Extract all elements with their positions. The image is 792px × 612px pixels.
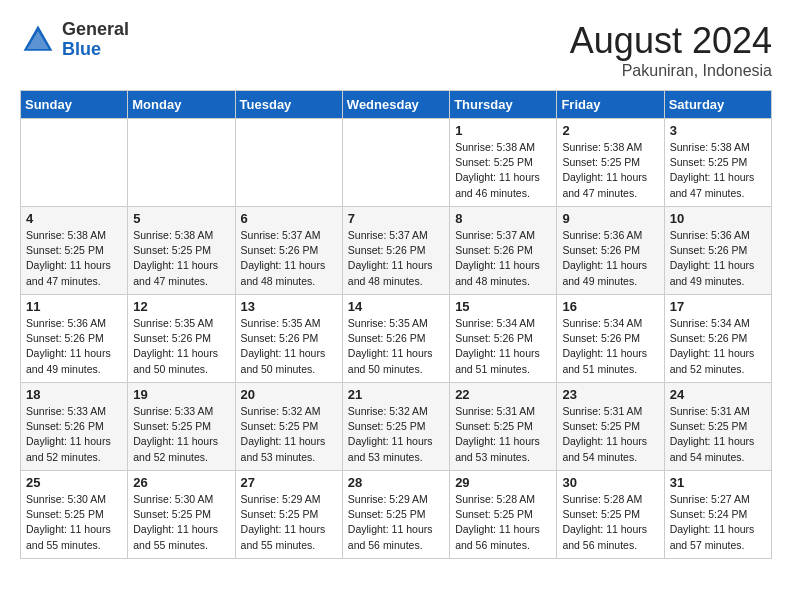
- day-info: Sunrise: 5:35 AMSunset: 5:26 PMDaylight:…: [348, 316, 445, 377]
- calendar-cell: 12Sunrise: 5:35 AMSunset: 5:26 PMDayligh…: [128, 295, 235, 383]
- calendar-cell: 1Sunrise: 5:38 AMSunset: 5:25 PMDaylight…: [450, 119, 557, 207]
- calendar-cell: [235, 119, 342, 207]
- calendar-cell: 4Sunrise: 5:38 AMSunset: 5:25 PMDaylight…: [21, 207, 128, 295]
- day-number: 21: [348, 387, 445, 402]
- day-number: 7: [348, 211, 445, 226]
- day-info: Sunrise: 5:27 AMSunset: 5:24 PMDaylight:…: [670, 492, 767, 553]
- day-number: 25: [26, 475, 123, 490]
- day-number: 12: [133, 299, 230, 314]
- day-info: Sunrise: 5:35 AMSunset: 5:26 PMDaylight:…: [241, 316, 338, 377]
- day-number: 26: [133, 475, 230, 490]
- calendar-cell: 28Sunrise: 5:29 AMSunset: 5:25 PMDayligh…: [342, 471, 449, 559]
- calendar-cell: 18Sunrise: 5:33 AMSunset: 5:26 PMDayligh…: [21, 383, 128, 471]
- calendar-cell: 30Sunrise: 5:28 AMSunset: 5:25 PMDayligh…: [557, 471, 664, 559]
- day-info: Sunrise: 5:34 AMSunset: 5:26 PMDaylight:…: [455, 316, 552, 377]
- day-number: 29: [455, 475, 552, 490]
- day-info: Sunrise: 5:29 AMSunset: 5:25 PMDaylight:…: [241, 492, 338, 553]
- day-number: 15: [455, 299, 552, 314]
- calendar-cell: 10Sunrise: 5:36 AMSunset: 5:26 PMDayligh…: [664, 207, 771, 295]
- calendar-cell: 26Sunrise: 5:30 AMSunset: 5:25 PMDayligh…: [128, 471, 235, 559]
- weekday-header-thursday: Thursday: [450, 91, 557, 119]
- day-number: 8: [455, 211, 552, 226]
- day-info: Sunrise: 5:31 AMSunset: 5:25 PMDaylight:…: [562, 404, 659, 465]
- day-number: 5: [133, 211, 230, 226]
- calendar-cell: 7Sunrise: 5:37 AMSunset: 5:26 PMDaylight…: [342, 207, 449, 295]
- calendar-week-5: 25Sunrise: 5:30 AMSunset: 5:25 PMDayligh…: [21, 471, 772, 559]
- calendar-cell: 31Sunrise: 5:27 AMSunset: 5:24 PMDayligh…: [664, 471, 771, 559]
- day-number: 18: [26, 387, 123, 402]
- day-number: 27: [241, 475, 338, 490]
- day-number: 13: [241, 299, 338, 314]
- calendar-cell: 19Sunrise: 5:33 AMSunset: 5:25 PMDayligh…: [128, 383, 235, 471]
- day-info: Sunrise: 5:32 AMSunset: 5:25 PMDaylight:…: [348, 404, 445, 465]
- page-header: General Blue August 2024 Pakuniran, Indo…: [20, 20, 772, 80]
- calendar-cell: 16Sunrise: 5:34 AMSunset: 5:26 PMDayligh…: [557, 295, 664, 383]
- day-info: Sunrise: 5:28 AMSunset: 5:25 PMDaylight:…: [455, 492, 552, 553]
- calendar-week-1: 1Sunrise: 5:38 AMSunset: 5:25 PMDaylight…: [21, 119, 772, 207]
- day-number: 1: [455, 123, 552, 138]
- day-info: Sunrise: 5:35 AMSunset: 5:26 PMDaylight:…: [133, 316, 230, 377]
- day-number: 4: [26, 211, 123, 226]
- calendar-cell: 9Sunrise: 5:36 AMSunset: 5:26 PMDaylight…: [557, 207, 664, 295]
- logo-icon: [20, 22, 56, 58]
- day-number: 24: [670, 387, 767, 402]
- title-block: August 2024 Pakuniran, Indonesia: [570, 20, 772, 80]
- logo-general-text: General: [62, 19, 129, 39]
- day-number: 23: [562, 387, 659, 402]
- calendar-table: SundayMondayTuesdayWednesdayThursdayFrid…: [20, 90, 772, 559]
- day-number: 6: [241, 211, 338, 226]
- calendar-cell: 27Sunrise: 5:29 AMSunset: 5:25 PMDayligh…: [235, 471, 342, 559]
- day-info: Sunrise: 5:38 AMSunset: 5:25 PMDaylight:…: [562, 140, 659, 201]
- weekday-header-row: SundayMondayTuesdayWednesdayThursdayFrid…: [21, 91, 772, 119]
- day-number: 22: [455, 387, 552, 402]
- day-number: 20: [241, 387, 338, 402]
- day-info: Sunrise: 5:30 AMSunset: 5:25 PMDaylight:…: [133, 492, 230, 553]
- day-info: Sunrise: 5:33 AMSunset: 5:25 PMDaylight:…: [133, 404, 230, 465]
- day-info: Sunrise: 5:31 AMSunset: 5:25 PMDaylight:…: [455, 404, 552, 465]
- calendar-cell: 8Sunrise: 5:37 AMSunset: 5:26 PMDaylight…: [450, 207, 557, 295]
- calendar-cell: 15Sunrise: 5:34 AMSunset: 5:26 PMDayligh…: [450, 295, 557, 383]
- calendar-cell: 5Sunrise: 5:38 AMSunset: 5:25 PMDaylight…: [128, 207, 235, 295]
- calendar-cell: 25Sunrise: 5:30 AMSunset: 5:25 PMDayligh…: [21, 471, 128, 559]
- weekday-header-tuesday: Tuesday: [235, 91, 342, 119]
- logo-blue-text: Blue: [62, 39, 101, 59]
- day-number: 10: [670, 211, 767, 226]
- day-info: Sunrise: 5:36 AMSunset: 5:26 PMDaylight:…: [26, 316, 123, 377]
- day-info: Sunrise: 5:37 AMSunset: 5:26 PMDaylight:…: [241, 228, 338, 289]
- day-info: Sunrise: 5:28 AMSunset: 5:25 PMDaylight:…: [562, 492, 659, 553]
- day-number: 14: [348, 299, 445, 314]
- day-number: 11: [26, 299, 123, 314]
- day-info: Sunrise: 5:29 AMSunset: 5:25 PMDaylight:…: [348, 492, 445, 553]
- calendar-cell: 24Sunrise: 5:31 AMSunset: 5:25 PMDayligh…: [664, 383, 771, 471]
- day-info: Sunrise: 5:34 AMSunset: 5:26 PMDaylight:…: [562, 316, 659, 377]
- calendar-cell: [128, 119, 235, 207]
- location-subtitle: Pakuniran, Indonesia: [570, 62, 772, 80]
- weekday-header-wednesday: Wednesday: [342, 91, 449, 119]
- weekday-header-sunday: Sunday: [21, 91, 128, 119]
- day-info: Sunrise: 5:33 AMSunset: 5:26 PMDaylight:…: [26, 404, 123, 465]
- calendar-cell: 13Sunrise: 5:35 AMSunset: 5:26 PMDayligh…: [235, 295, 342, 383]
- day-info: Sunrise: 5:38 AMSunset: 5:25 PMDaylight:…: [670, 140, 767, 201]
- calendar-week-3: 11Sunrise: 5:36 AMSunset: 5:26 PMDayligh…: [21, 295, 772, 383]
- calendar-cell: 11Sunrise: 5:36 AMSunset: 5:26 PMDayligh…: [21, 295, 128, 383]
- day-info: Sunrise: 5:38 AMSunset: 5:25 PMDaylight:…: [133, 228, 230, 289]
- calendar-cell: 21Sunrise: 5:32 AMSunset: 5:25 PMDayligh…: [342, 383, 449, 471]
- calendar-cell: 14Sunrise: 5:35 AMSunset: 5:26 PMDayligh…: [342, 295, 449, 383]
- calendar-cell: 17Sunrise: 5:34 AMSunset: 5:26 PMDayligh…: [664, 295, 771, 383]
- day-number: 16: [562, 299, 659, 314]
- day-info: Sunrise: 5:37 AMSunset: 5:26 PMDaylight:…: [348, 228, 445, 289]
- weekday-header-saturday: Saturday: [664, 91, 771, 119]
- calendar-cell: 3Sunrise: 5:38 AMSunset: 5:25 PMDaylight…: [664, 119, 771, 207]
- day-number: 30: [562, 475, 659, 490]
- calendar-cell: 23Sunrise: 5:31 AMSunset: 5:25 PMDayligh…: [557, 383, 664, 471]
- day-number: 19: [133, 387, 230, 402]
- day-info: Sunrise: 5:38 AMSunset: 5:25 PMDaylight:…: [455, 140, 552, 201]
- day-number: 9: [562, 211, 659, 226]
- logo: General Blue: [20, 20, 129, 60]
- calendar-cell: 20Sunrise: 5:32 AMSunset: 5:25 PMDayligh…: [235, 383, 342, 471]
- calendar-cell: [342, 119, 449, 207]
- day-info: Sunrise: 5:36 AMSunset: 5:26 PMDaylight:…: [670, 228, 767, 289]
- day-number: 17: [670, 299, 767, 314]
- day-number: 28: [348, 475, 445, 490]
- weekday-header-monday: Monday: [128, 91, 235, 119]
